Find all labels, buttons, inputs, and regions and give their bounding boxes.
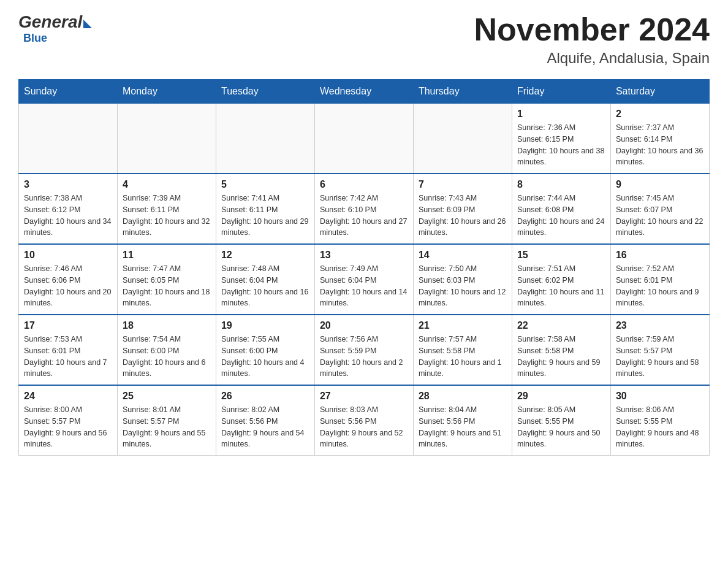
calendar-cell: 5Sunrise: 7:41 AM Sunset: 6:11 PM Daylig… <box>216 174 314 244</box>
calendar-cell: 4Sunrise: 7:39 AM Sunset: 6:11 PM Daylig… <box>117 174 216 244</box>
day-info: Sunrise: 8:03 AM Sunset: 5:56 PM Dayligh… <box>320 404 408 450</box>
logo-triangle-icon <box>83 20 92 28</box>
day-number: 12 <box>221 250 309 261</box>
calendar-cell <box>117 104 216 174</box>
day-info: Sunrise: 7:46 AM Sunset: 6:06 PM Dayligh… <box>24 263 112 309</box>
day-info: Sunrise: 7:54 AM Sunset: 6:00 PM Dayligh… <box>123 334 211 380</box>
calendar-cell: 21Sunrise: 7:57 AM Sunset: 5:58 PM Dayli… <box>413 315 512 385</box>
day-number: 11 <box>123 250 211 261</box>
day-info: Sunrise: 7:41 AM Sunset: 6:11 PM Dayligh… <box>221 193 309 239</box>
calendar-cell: 10Sunrise: 7:46 AM Sunset: 6:06 PM Dayli… <box>19 244 118 315</box>
page-header: General Blue November 2024 Alquife, Anda… <box>18 12 710 67</box>
calendar-cell: 23Sunrise: 7:59 AM Sunset: 5:57 PM Dayli… <box>610 315 709 385</box>
calendar-cell: 2Sunrise: 7:37 AM Sunset: 6:14 PM Daylig… <box>610 104 709 174</box>
calendar-cell: 11Sunrise: 7:47 AM Sunset: 6:05 PM Dayli… <box>117 244 216 315</box>
logo-general-text: General <box>18 12 82 32</box>
weekday-header-thursday: Thursday <box>413 80 512 104</box>
weekday-header-sunday: Sunday <box>19 80 118 104</box>
day-info: Sunrise: 8:00 AM Sunset: 5:57 PM Dayligh… <box>24 404 112 450</box>
day-info: Sunrise: 8:06 AM Sunset: 5:55 PM Dayligh… <box>616 404 704 450</box>
day-info: Sunrise: 7:37 AM Sunset: 6:14 PM Dayligh… <box>616 122 704 168</box>
calendar-cell: 25Sunrise: 8:01 AM Sunset: 5:57 PM Dayli… <box>117 385 216 456</box>
calendar-cell: 8Sunrise: 7:44 AM Sunset: 6:08 PM Daylig… <box>512 174 610 244</box>
day-info: Sunrise: 7:39 AM Sunset: 6:11 PM Dayligh… <box>123 193 211 239</box>
day-number: 1 <box>517 109 605 120</box>
calendar-cell: 7Sunrise: 7:43 AM Sunset: 6:09 PM Daylig… <box>413 174 512 244</box>
day-number: 4 <box>123 179 211 190</box>
day-number: 13 <box>320 250 408 261</box>
day-number: 26 <box>221 391 309 402</box>
calendar-cell: 22Sunrise: 7:58 AM Sunset: 5:58 PM Dayli… <box>512 315 610 385</box>
calendar-week-1: 1Sunrise: 7:36 AM Sunset: 6:15 PM Daylig… <box>19 104 710 174</box>
day-number: 23 <box>616 320 704 331</box>
day-info: Sunrise: 7:52 AM Sunset: 6:01 PM Dayligh… <box>616 263 704 309</box>
calendar-cell <box>314 104 413 174</box>
day-info: Sunrise: 8:04 AM Sunset: 5:56 PM Dayligh… <box>419 404 507 450</box>
day-number: 6 <box>320 179 408 190</box>
day-number: 28 <box>419 391 507 402</box>
day-info: Sunrise: 7:59 AM Sunset: 5:57 PM Dayligh… <box>616 334 704 380</box>
calendar-cell: 14Sunrise: 7:50 AM Sunset: 6:03 PM Dayli… <box>413 244 512 315</box>
calendar-cell: 3Sunrise: 7:38 AM Sunset: 6:12 PM Daylig… <box>19 174 118 244</box>
title-area: November 2024 Alquife, Andalusia, Spain <box>474 12 710 67</box>
day-info: Sunrise: 7:49 AM Sunset: 6:04 PM Dayligh… <box>320 263 408 309</box>
day-number: 27 <box>320 391 408 402</box>
day-number: 18 <box>123 320 211 331</box>
day-number: 25 <box>123 391 211 402</box>
calendar-cell: 12Sunrise: 7:48 AM Sunset: 6:04 PM Dayli… <box>216 244 314 315</box>
day-number: 21 <box>419 320 507 331</box>
day-number: 5 <box>221 179 309 190</box>
calendar-cell: 20Sunrise: 7:56 AM Sunset: 5:59 PM Dayli… <box>314 315 413 385</box>
calendar-cell: 26Sunrise: 8:02 AM Sunset: 5:56 PM Dayli… <box>216 385 314 456</box>
calendar-cell: 29Sunrise: 8:05 AM Sunset: 5:55 PM Dayli… <box>512 385 610 456</box>
calendar-cell: 9Sunrise: 7:45 AM Sunset: 6:07 PM Daylig… <box>610 174 709 244</box>
day-info: Sunrise: 8:05 AM Sunset: 5:55 PM Dayligh… <box>517 404 605 450</box>
day-info: Sunrise: 7:43 AM Sunset: 6:09 PM Dayligh… <box>419 193 507 239</box>
location-title: Alquife, Andalusia, Spain <box>474 50 710 67</box>
day-number: 17 <box>24 320 112 331</box>
day-number: 9 <box>616 179 704 190</box>
calendar-cell: 1Sunrise: 7:36 AM Sunset: 6:15 PM Daylig… <box>512 104 610 174</box>
calendar-cell: 19Sunrise: 7:55 AM Sunset: 6:00 PM Dayli… <box>216 315 314 385</box>
day-number: 7 <box>419 179 507 190</box>
calendar-cell: 18Sunrise: 7:54 AM Sunset: 6:00 PM Dayli… <box>117 315 216 385</box>
weekday-header-monday: Monday <box>117 80 216 104</box>
calendar-cell: 15Sunrise: 7:51 AM Sunset: 6:02 PM Dayli… <box>512 244 610 315</box>
day-info: Sunrise: 7:55 AM Sunset: 6:00 PM Dayligh… <box>221 334 309 380</box>
day-number: 24 <box>24 391 112 402</box>
day-info: Sunrise: 7:48 AM Sunset: 6:04 PM Dayligh… <box>221 263 309 309</box>
day-info: Sunrise: 7:38 AM Sunset: 6:12 PM Dayligh… <box>24 193 112 239</box>
calendar-cell: 28Sunrise: 8:04 AM Sunset: 5:56 PM Dayli… <box>413 385 512 456</box>
calendar-cell <box>413 104 512 174</box>
weekday-header-wednesday: Wednesday <box>314 80 413 104</box>
day-info: Sunrise: 7:42 AM Sunset: 6:10 PM Dayligh… <box>320 193 408 239</box>
day-number: 16 <box>616 250 704 261</box>
day-number: 15 <box>517 250 605 261</box>
day-info: Sunrise: 7:44 AM Sunset: 6:08 PM Dayligh… <box>517 193 605 239</box>
day-info: Sunrise: 8:02 AM Sunset: 5:56 PM Dayligh… <box>221 404 309 450</box>
calendar-cell: 27Sunrise: 8:03 AM Sunset: 5:56 PM Dayli… <box>314 385 413 456</box>
logo-blue-text: Blue <box>23 32 47 44</box>
calendar-cell: 17Sunrise: 7:53 AM Sunset: 6:01 PM Dayli… <box>19 315 118 385</box>
calendar-cell: 6Sunrise: 7:42 AM Sunset: 6:10 PM Daylig… <box>314 174 413 244</box>
calendar-cell: 30Sunrise: 8:06 AM Sunset: 5:55 PM Dayli… <box>610 385 709 456</box>
day-info: Sunrise: 7:56 AM Sunset: 5:59 PM Dayligh… <box>320 334 408 380</box>
logo: General Blue <box>18 12 92 45</box>
calendar-table: SundayMondayTuesdayWednesdayThursdayFrid… <box>18 79 710 456</box>
weekday-header-tuesday: Tuesday <box>216 80 314 104</box>
calendar-week-5: 24Sunrise: 8:00 AM Sunset: 5:57 PM Dayli… <box>19 385 710 456</box>
calendar-cell: 13Sunrise: 7:49 AM Sunset: 6:04 PM Dayli… <box>314 244 413 315</box>
calendar-week-2: 3Sunrise: 7:38 AM Sunset: 6:12 PM Daylig… <box>19 174 710 244</box>
day-info: Sunrise: 7:58 AM Sunset: 5:58 PM Dayligh… <box>517 334 605 380</box>
day-info: Sunrise: 7:51 AM Sunset: 6:02 PM Dayligh… <box>517 263 605 309</box>
day-number: 10 <box>24 250 112 261</box>
day-number: 19 <box>221 320 309 331</box>
day-info: Sunrise: 7:50 AM Sunset: 6:03 PM Dayligh… <box>419 263 507 309</box>
day-info: Sunrise: 7:45 AM Sunset: 6:07 PM Dayligh… <box>616 193 704 239</box>
calendar-cell <box>19 104 118 174</box>
month-title: November 2024 <box>474 12 710 47</box>
day-number: 22 <box>517 320 605 331</box>
weekday-header-row: SundayMondayTuesdayWednesdayThursdayFrid… <box>19 80 710 104</box>
calendar-cell: 24Sunrise: 8:00 AM Sunset: 5:57 PM Dayli… <box>19 385 118 456</box>
day-info: Sunrise: 8:01 AM Sunset: 5:57 PM Dayligh… <box>123 404 211 450</box>
